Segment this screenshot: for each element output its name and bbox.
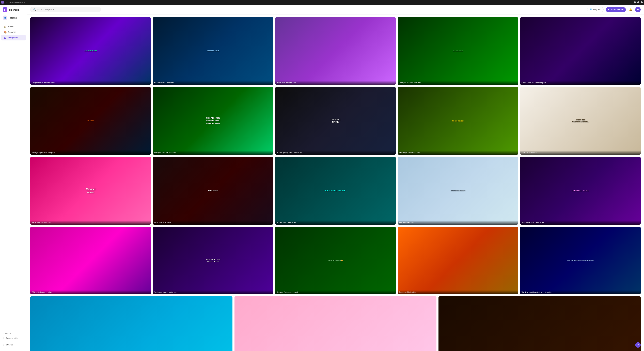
template-card-neon-gameplay[interactable]: Ft. Open Neon gameplay video template — [30, 87, 151, 155]
template-card-energetic-intro[interactable]: CHANNEL NAMECHANNEL NAMECHANNEL NAME Ene… — [153, 87, 273, 155]
template-label-gaming-yt: Gaming YouTube video template — [520, 81, 641, 85]
create-label: + Create a video — [608, 8, 624, 11]
template-label-neon-gameplay: Neon gameplay video template — [30, 150, 151, 155]
template-card-energetic-outro2[interactable]: BIG WELCOME Energetic YouTube outro card — [398, 17, 518, 85]
notification-button[interactable]: 🔔 — [628, 7, 633, 12]
titlebar: Clipchamp - Video Editor — [0, 0, 644, 5]
brand-kit-icon: 🎨 — [4, 31, 6, 34]
template-label-synthwave-intro: Synthwave YouTube intro card — [520, 220, 641, 224]
sidebar-bottom: ⚙ Settings — [0, 341, 27, 348]
settings-label: Settings — [6, 344, 13, 346]
sidebar-item-templates-label: Templates — [8, 36, 18, 39]
template-label-energetic-intro: Energetic YouTube intro card — [153, 150, 273, 155]
logo-text: clipchamp — [9, 8, 20, 11]
template-card-timelapse[interactable]: Timelapse Music Video — [398, 227, 518, 294]
plus-icon: ＋ — [3, 337, 4, 339]
templates-grid-row3: ChannelName Pastel YouTube intro card Ba… — [30, 157, 641, 224]
template-card-synthwave-intro[interactable]: CHANNEL NAME Synthwave YouTube intro car… — [520, 157, 641, 224]
settings-icon: ⚙ — [3, 344, 4, 346]
template-card-synthwave-outro[interactable]: SUBSCRIBE FORMORE VIDEOS Synthwave Youtu… — [153, 227, 273, 294]
create-video-button[interactable]: + Create a video — [606, 7, 626, 12]
template-label-pastel-intro: Pastel YouTube intro card — [30, 220, 151, 224]
user-name: Personal — [9, 17, 17, 19]
template-card-indie-film[interactable]: A VERY WESANDERSON OPENING... Indie film… — [520, 87, 641, 155]
create-folder-button[interactable]: ＋ Create a folder — [3, 336, 24, 340]
template-card-vhs-music[interactable]: Band Name VHS music video intro — [153, 157, 273, 224]
template-card-holiday[interactable]: Holiday recap video — [30, 296, 232, 351]
titlebar-controls[interactable] — [634, 1, 643, 3]
template-card-energetic-outro[interactable]: CHANNEL NAME Energetic YouTube outro vid… — [30, 17, 151, 85]
template-card-pastel-intro[interactable]: ChannelName Pastel YouTube intro card — [30, 157, 151, 224]
template-card-relaxing-yt[interactable]: Channel name Relaxing YouTube intro card — [398, 87, 518, 155]
titlebar-left: Clipchamp - Video Editor — [1, 1, 25, 4]
sidebar-item-brand-kit[interactable]: 🎨 Brand kit — [1, 30, 26, 35]
folders-label: FOLDERS — [3, 333, 24, 335]
template-label-indie-film: Indie film video intro — [520, 150, 641, 155]
search-input[interactable] — [37, 8, 98, 11]
template-card-modern-outro[interactable]: ACCOUNT NAME Modern Youtube outro card — [153, 17, 273, 85]
search-bar[interactable]: 🔍 — [30, 7, 101, 12]
template-card-peaceful[interactable]: Mindfulness Matters Peaceful video intro — [398, 157, 518, 224]
main-content: 🔍 💎 Upgrade + Create a video 🔔 P — [27, 5, 644, 351]
header-right: 💎 Upgrade + Create a video 🔔 P — [587, 7, 641, 12]
minimize-button[interactable] — [634, 1, 636, 3]
template-label-energetic-outro2: Energetic YouTube outro card — [398, 81, 518, 85]
templates-area: CHANNEL NAME Energetic YouTube outro vid… — [27, 14, 644, 351]
avatar: 👤 — [3, 16, 8, 20]
app-icon — [1, 1, 4, 4]
logo-icon: ▶ — [3, 8, 8, 12]
template-label-modern-gaming: Modern gaming Youtube intro card — [275, 150, 396, 155]
upgrade-button[interactable]: 💎 Upgrade — [587, 7, 604, 12]
upgrade-icon: 💎 — [590, 8, 592, 11]
template-label-peaceful: Peaceful video intro — [398, 220, 518, 224]
home-icon: 🏠 — [4, 25, 6, 28]
template-label-relaxing-yt: Relaxing YouTube intro card — [398, 150, 518, 155]
template-label-modern-intro: Modern Youtube intro card — [275, 220, 396, 224]
template-label-pastel-outro: Pastel Youtube outro card — [275, 81, 396, 85]
close-button[interactable] — [641, 1, 643, 3]
template-card-makeup[interactable]: NATURAL EVERYDAYMAKEUP TUTORIAL YouTube … — [234, 296, 437, 351]
profile-button[interactable]: P — [635, 7, 641, 12]
template-card-pastel-outro[interactable]: Pastel Youtube outro card — [275, 17, 396, 85]
template-card-gaming-yt[interactable]: Gaming YouTube video template — [520, 17, 641, 85]
template-card-top5[interactable]: 5 list countdown tech video template Top… — [520, 227, 641, 294]
sidebar-item-brand-kit-label: Brand kit — [8, 31, 16, 33]
help-button[interactable]: ? — [635, 342, 641, 348]
templates-grid-row1: CHANNEL NAME Energetic YouTube outro vid… — [30, 17, 641, 85]
template-label-qa-guided: Q&A guided video template — [30, 290, 151, 294]
nav-items: 🏠 Home 🎨 Brand kit ⊞ Templates — [0, 22, 27, 332]
header: 🔍 💎 Upgrade + Create a video 🔔 P — [27, 5, 644, 14]
maximize-button[interactable] — [637, 1, 639, 3]
sidebar-item-home-label: Home — [8, 26, 14, 28]
upgrade-label: Upgrade — [593, 8, 601, 11]
template-card-qa-guided[interactable]: Q&A guided video template — [30, 227, 151, 294]
titlebar-title: Clipchamp - Video Editor — [5, 1, 25, 3]
template-label-modern-outro: Modern Youtube outro card — [153, 81, 273, 85]
app-body: ▶ clipchamp 👤 Personal 🏠 Home 🎨 Brand ki… — [0, 5, 644, 351]
templates-grid-row5: Holiday recap video NATURAL EVERYDAYMAKE… — [30, 296, 641, 351]
template-label-synthwave-outro: Synthwave Youtube outro card — [153, 290, 273, 294]
template-card-relaxing-outro[interactable]: thanks for watching 😊 Relaxing Youtube o… — [275, 227, 396, 294]
template-card-modern-intro[interactable]: CHANNEL NAME Modern Youtube intro card — [275, 157, 396, 224]
template-label-vhs-music: VHS music video intro — [153, 220, 273, 224]
search-icon: 🔍 — [33, 8, 36, 11]
user-section: 👤 Personal — [0, 14, 27, 22]
template-label-top5: Top 5 list countdown tech video template — [520, 290, 641, 294]
templates-icon: ⊞ — [4, 36, 6, 39]
template-label-relaxing-outro: Relaxing Youtube outro card — [275, 290, 396, 294]
settings-item[interactable]: ⚙ Settings — [3, 342, 24, 347]
folders-section: FOLDERS ＋ Create a folder — [0, 332, 27, 341]
sidebar-logo: ▶ clipchamp — [0, 5, 27, 14]
bell-icon: 🔔 — [629, 8, 632, 11]
template-card-modern-gaming[interactable]: CHANNELNAME Modern gaming Youtube intro … — [275, 87, 396, 155]
template-card-channel-intro[interactable]: Channel Intro Video Template — [438, 296, 641, 351]
templates-grid-row2: Ft. Open Neon gameplay video template CH… — [30, 87, 641, 155]
create-folder-label: Create a folder — [6, 337, 18, 339]
templates-grid-row4: Q&A guided video template SUBSCRIBE FORM… — [30, 227, 641, 294]
sidebar: ▶ clipchamp 👤 Personal 🏠 Home 🎨 Brand ki… — [0, 5, 27, 351]
template-label-timelapse: Timelapse Music Video — [398, 290, 518, 294]
template-label-energetic-outro: Energetic YouTube outro video — [30, 81, 151, 85]
sidebar-item-home[interactable]: 🏠 Home — [1, 24, 26, 29]
sidebar-item-templates[interactable]: ⊞ Templates — [1, 35, 26, 40]
